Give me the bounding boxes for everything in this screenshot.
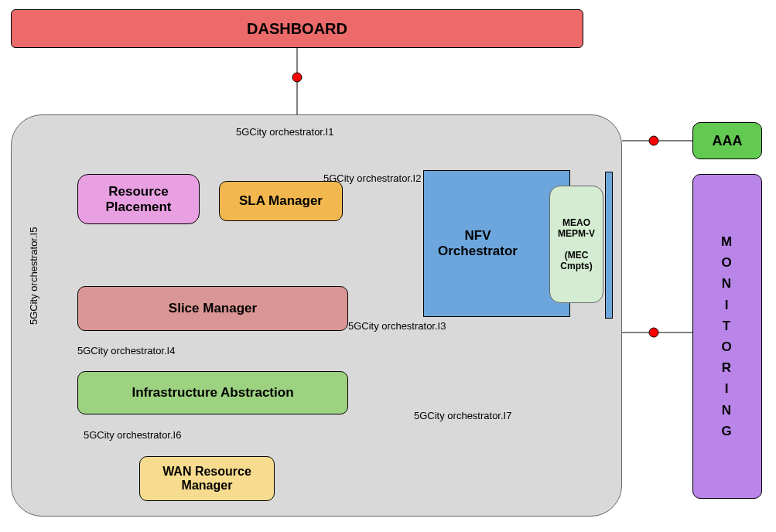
monitoring-box: MONITORING <box>692 174 762 499</box>
interface-i6-label: 5GCity orchestrator.I6 <box>84 429 181 441</box>
nfv-shadow <box>605 172 613 319</box>
diagram-canvas: DASHBOARD Resource Placement SLA Manager… <box>0 0 776 532</box>
resource-placement-label: Resource Placement <box>105 184 171 215</box>
interface-i4-label: 5GCity orchestrator.I4 <box>77 345 175 356</box>
mec-components-box: MEAO MEPM-V (MEC Cmpts) <box>549 186 603 303</box>
wan-resource-manager-box: WAN Resource Manager <box>139 456 275 501</box>
monitoring-label: MONITORING <box>721 231 733 442</box>
nfv-orchestrator-label: NFV Orchestrator <box>438 228 518 259</box>
interface-i3-label: 5GCity orchestrator.I3 <box>348 320 446 332</box>
interface-i7-label: 5GCity orchestrator.I7 <box>414 410 511 421</box>
interface-i5-label: 5GCity orchestrator.I5 <box>28 227 39 325</box>
dashboard-box: DASHBOARD <box>11 9 583 48</box>
resource-placement-box: Resource Placement <box>77 174 200 224</box>
slice-manager-box: Slice Manager <box>77 286 348 331</box>
slice-manager-label: Slice Manager <box>169 301 257 316</box>
wan-resource-manager-label: WAN Resource Manager <box>162 465 251 493</box>
mec-components-label: MEAO MEPM-V (MEC Cmpts) <box>558 217 595 271</box>
infrastructure-abstraction-box: Infrastructure Abstraction <box>77 371 348 414</box>
interface-i2-label: 5GCity orchestrator.I2 <box>323 172 421 184</box>
sla-manager-box: SLA Manager <box>219 181 343 221</box>
aaa-box: AAA <box>692 122 762 159</box>
nfv-orchestrator-box: NFV Orchestrator <box>423 170 570 317</box>
sla-manager-label: SLA Manager <box>239 193 323 209</box>
aaa-label: AAA <box>713 133 743 149</box>
interface-i1-label: 5GCity orchestrator.I1 <box>236 126 333 138</box>
dashboard-label: DASHBOARD <box>247 20 347 38</box>
infrastructure-abstraction-label: Infrastructure Abstraction <box>132 385 293 401</box>
